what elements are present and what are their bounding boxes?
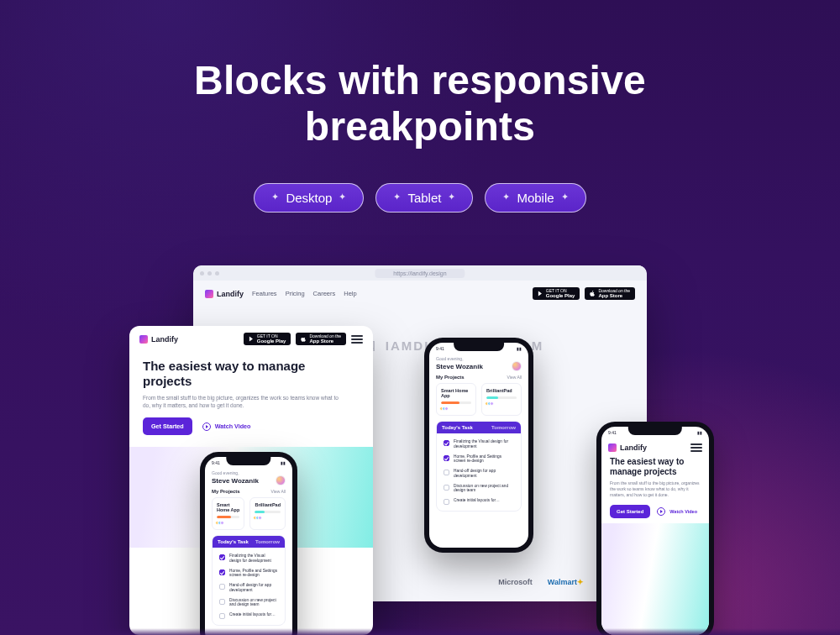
chip-desktop[interactable]: ✦ Desktop ✦: [254, 183, 364, 213]
tablet-preview: Landify GET IT ONGoogle Play Download on…: [129, 326, 373, 635]
chip-mobile[interactable]: ✦ Mobile ✦: [485, 183, 585, 213]
hero-title: Blocks with responsive breakpoints: [0, 57, 840, 150]
play-icon: [202, 422, 211, 431]
sparkle-icon: ✦: [271, 192, 279, 202]
sparkle-icon: ✦: [339, 192, 346, 202]
checkbox-icon[interactable]: [219, 599, 225, 605]
task-row[interactable]: Finalizing the Visual design for develop…: [216, 551, 281, 566]
task-row[interactable]: Home, Profile and Settings screen re-des…: [440, 452, 517, 467]
checkbox-icon[interactable]: [219, 613, 225, 619]
tasks-today-label: Today's Task: [442, 425, 473, 430]
hero-title-line1: Blocks with responsive: [194, 58, 646, 102]
mobile-hero-sub: From the small stuff to the big picture,…: [610, 480, 701, 498]
progress-bar: [486, 396, 517, 399]
checkbox-icon[interactable]: [219, 569, 225, 575]
app-store-badge[interactable]: Download on theApp Store: [585, 287, 635, 300]
project-title: BrilliantPad: [486, 388, 517, 393]
task-row[interactable]: Discussion on new project and design tea…: [440, 481, 517, 496]
brand-name: Landify: [151, 335, 178, 344]
breakpoint-chip-row: ✦ Desktop ✦ ✦ Tablet ✦ ✦ Mobile ✦: [0, 183, 840, 213]
tasks-card: Today's Task Tomorrow Finalizing the Vis…: [436, 421, 522, 512]
project-title: Smart Home App: [217, 502, 239, 512]
project-card[interactable]: BrilliantPad: [481, 383, 522, 416]
site-navbar: Landify Features Pricing Careers Help GE…: [205, 287, 635, 300]
brand-name: Landify: [620, 443, 647, 452]
avatar-stack-icon: [255, 516, 281, 520]
avatar-stack-icon: [217, 521, 239, 525]
play-icon: [657, 507, 665, 516]
tasks-tomorrow-label: Tomorrow: [255, 539, 280, 544]
get-started-button[interactable]: Get Started: [610, 505, 650, 518]
user-name: Steve Wozanik: [436, 361, 522, 371]
phone-notch-icon: [454, 343, 504, 351]
apple-icon: [590, 291, 596, 297]
tablet-hero-gradient: 9:41 ▮▮ Good evening, Steve Wozanik My P…: [129, 447, 373, 548]
checkbox-icon[interactable]: [219, 554, 225, 560]
task-row[interactable]: Create initial layouts for…: [440, 496, 517, 507]
brand-name: Landify: [217, 290, 244, 298]
get-started-button[interactable]: Get Started: [143, 417, 192, 435]
traffic-lights-icon: [200, 271, 219, 276]
checkbox-icon[interactable]: [444, 440, 449, 446]
avatar[interactable]: [276, 475, 286, 485]
brand: Landify: [205, 290, 244, 298]
watch-video-link[interactable]: Watch Video: [202, 422, 251, 431]
task-row[interactable]: Create initial layouts for…: [216, 610, 281, 622]
hamburger-menu-icon[interactable]: [690, 443, 702, 452]
sparkle-icon: ✦: [448, 192, 455, 202]
project-card[interactable]: Smart Home App: [436, 383, 476, 416]
tasks-today-label: Today's Task: [218, 539, 249, 544]
hero-title-line2: breakpoints: [305, 104, 535, 149]
tablet-hero-title: The easiest way to manage projects: [143, 359, 328, 389]
checkbox-icon[interactable]: [444, 470, 449, 475]
google-play-badge[interactable]: GET IT ONGoogle Play: [533, 287, 580, 300]
checkbox-icon[interactable]: [219, 584, 225, 590]
mobile-hero-title: The easiest way tomanage projects: [610, 457, 701, 477]
view-all-link[interactable]: View All: [271, 489, 286, 494]
google-play-badge[interactable]: GET IT ONGoogle Play: [244, 333, 291, 345]
task-row[interactable]: Hand-off design for app development: [440, 466, 517, 481]
nav-features[interactable]: Features: [252, 290, 277, 297]
bottom-fade: [0, 628, 840, 635]
brand-logo-icon: [608, 443, 617, 452]
brand-logo-icon: [139, 335, 148, 344]
logo-walmart: Walmart✦: [548, 578, 584, 586]
view-all-link[interactable]: View All: [507, 375, 522, 380]
section-my-projects: My Projects: [212, 489, 240, 494]
checkbox-icon[interactable]: [444, 499, 449, 505]
task-row[interactable]: Discussion on new project and design tea…: [216, 596, 281, 611]
nav-help[interactable]: Help: [344, 290, 356, 297]
progress-bar: [255, 511, 281, 513]
browser-address: https://landify.design: [375, 269, 465, 278]
watch-video-link[interactable]: Watch Video: [657, 507, 697, 516]
checkbox-icon[interactable]: [444, 485, 449, 491]
logo-microsoft: Microsoft: [498, 578, 533, 586]
phone-notch-icon: [226, 457, 270, 465]
project-title: BrilliantPad: [255, 502, 281, 507]
task-row[interactable]: Finalizing the Visual design for develop…: [440, 437, 517, 452]
project-card[interactable]: Smart Home App: [212, 497, 244, 530]
google-play-icon: [249, 336, 255, 342]
browser-titlebar: https://landify.design: [193, 265, 647, 281]
apple-icon: [301, 336, 307, 342]
avatar-stack-icon: [441, 407, 471, 411]
avatar-stack-icon: [486, 401, 517, 406]
nav-careers[interactable]: Careers: [313, 290, 336, 297]
checkbox-icon[interactable]: [444, 455, 449, 461]
signal-battery-icon: ▮▮: [517, 346, 522, 351]
app-store-badge[interactable]: Download on theApp Store: [296, 333, 346, 345]
brand: Landify: [139, 335, 178, 344]
chip-tablet-label: Tablet: [407, 191, 441, 205]
nav-pricing[interactable]: Pricing: [286, 290, 305, 297]
sparkle-icon: ✦: [561, 192, 569, 202]
chip-mobile-label: Mobile: [517, 191, 554, 205]
task-row[interactable]: Home, Profile and Settings screen re-des…: [216, 566, 281, 581]
sparkle-icon: ✦: [393, 192, 401, 202]
google-play-icon: [538, 291, 543, 297]
avatar[interactable]: [512, 361, 522, 371]
task-row[interactable]: Hand-off design for app development: [216, 580, 281, 596]
hamburger-menu-icon[interactable]: [351, 335, 363, 344]
chip-tablet[interactable]: ✦ Tablet ✦: [375, 183, 473, 213]
phone-preview-center: 9:41 ▮▮ Good evening, Steve Wozanik My P…: [424, 338, 533, 553]
project-card[interactable]: BrilliantPad: [249, 497, 286, 530]
